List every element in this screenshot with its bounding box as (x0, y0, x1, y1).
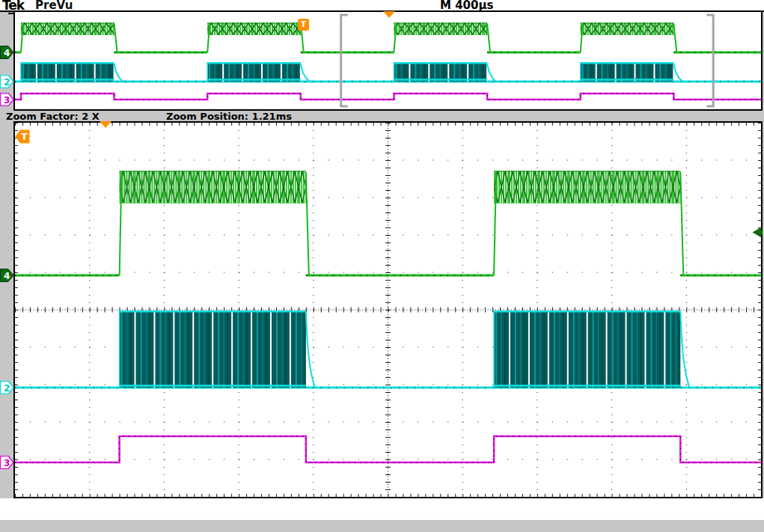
main-ch2-tag: 2 (0, 381, 14, 394)
main-ch4-tag: 4 (0, 269, 14, 282)
overview-window (13, 12, 763, 111)
overview-ch4-tag: 4 (0, 46, 14, 59)
svg-text:2: 2 (4, 77, 10, 88)
svg-text:3: 3 (4, 458, 10, 468)
zoom-info-bar: Zoom Factor: 2 X Zoom Position: 1.21ms (0, 111, 764, 121)
main-ch3-tag: 3 (0, 456, 14, 469)
header-bar: Tek PreVu M 400µs (0, 0, 764, 10)
svg-text:3: 3 (4, 95, 10, 106)
trigger-indicator-t: T (15, 129, 30, 144)
svg-text:4: 4 (4, 271, 10, 281)
overview-trigger-marker: T (298, 19, 309, 31)
svg-text:2: 2 (4, 383, 10, 394)
overview-ch3-tag: 3 (0, 93, 14, 106)
bottom-readout-strip: 2 20.0 V 3 5.00 V 4 ↓500mA Z 200µs T →▼4… (0, 498, 764, 520)
overview-waveform-display (15, 12, 761, 109)
overview-zoom-position-marker (383, 11, 395, 18)
svg-text:T: T (21, 131, 28, 142)
ch4-trigger-level-arrow-icon (750, 226, 763, 239)
svg-text:4: 4 (4, 48, 10, 58)
main-waveform-display (15, 123, 761, 497)
main-trigger-position-marker (100, 121, 111, 128)
zoom-factor-readout: Zoom Factor: 2 X (6, 111, 100, 122)
zoom-waveform-window (13, 121, 763, 498)
zoom-position-readout: Zoom Position: 1.21ms (166, 111, 292, 122)
overview-ch2-tag: 2 (0, 75, 14, 88)
